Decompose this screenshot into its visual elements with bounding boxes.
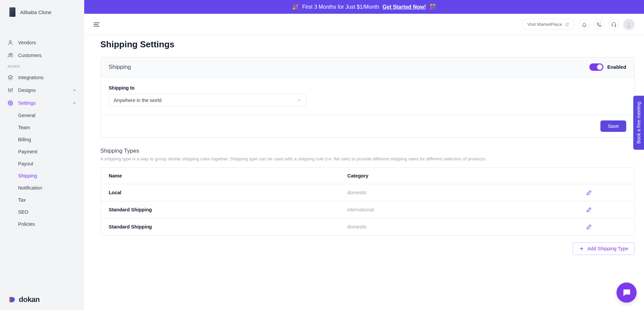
topbar: Visit MarketPlace: [84, 14, 644, 35]
svg-rect-10: [612, 24, 613, 26]
sidebar-sub-team[interactable]: Team: [18, 121, 84, 134]
user-avatar[interactable]: [623, 19, 635, 30]
add-btn-wrap: Add Shipping Type: [100, 242, 635, 255]
content: Shipping Settings Shipping Enabled Shipp…: [84, 35, 644, 310]
svg-point-1: [9, 53, 10, 55]
table-row: Local domestic: [101, 184, 634, 201]
table-header: Name Category: [101, 168, 634, 184]
menu-toggle-button[interactable]: [94, 22, 100, 27]
users-icon: [7, 52, 13, 58]
shipping-to-select[interactable]: Anywhere in the world: [109, 94, 307, 107]
save-button[interactable]: Save: [600, 120, 626, 132]
visit-label: Visit MarketPlace: [527, 22, 562, 27]
promo-cta-link[interactable]: Get Started Now!: [382, 4, 426, 10]
promo-banner: 🎉 First 3 Months for Just $1/Month Get S…: [84, 0, 644, 14]
sidebar-item-settings[interactable]: Settings: [0, 97, 84, 109]
external-link-icon: [565, 22, 569, 27]
gear-icon: [7, 100, 13, 106]
headset-icon: [611, 22, 616, 27]
add-shipping-type-button[interactable]: Add Shipping Type: [573, 242, 635, 255]
shipping-types-desc: A shipping type is a way to group simila…: [100, 156, 635, 161]
settings-submenu: General Team Billing Payment Payout Ship…: [0, 109, 84, 230]
toggle-wrap: Enabled: [589, 63, 626, 71]
app-logo: [9, 7, 15, 17]
sidebar-sub-shipping[interactable]: Shipping: [18, 170, 84, 182]
svg-point-2: [11, 53, 13, 55]
sidebar-sub-seo[interactable]: SEO: [18, 206, 84, 218]
sidebar-label: Customers: [18, 53, 42, 58]
table-row: Standard Shipping domestic: [101, 218, 634, 235]
sidebar-sub-payment[interactable]: Payment: [18, 146, 84, 158]
svg-point-6: [10, 91, 11, 92]
chevron-down-icon: [297, 98, 302, 103]
select-value: Anywhere in the world: [114, 98, 162, 103]
svg-point-9: [10, 102, 11, 104]
card-header: Shipping Enabled: [101, 57, 634, 77]
app-name: Alibaba Clone: [20, 9, 51, 15]
sidebar-footer: dokan: [0, 289, 84, 310]
sidebar-sub-policies[interactable]: Policies: [18, 218, 84, 230]
sidebar: Alibaba Clone Vendors Customers ADMIN In…: [0, 0, 84, 310]
shipping-types-table: Name Category Local domestic Standard Sh…: [100, 167, 635, 236]
card-title: Shipping: [109, 64, 131, 70]
sidebar-label: Settings: [18, 100, 36, 106]
shipping-types-title: Shipping Types: [100, 148, 635, 154]
promo-text: First 3 Months for Just $1/Month: [302, 4, 379, 10]
chat-icon: [622, 288, 631, 297]
bell-icon: [582, 22, 587, 27]
add-btn-label: Add Shipping Type: [588, 246, 628, 251]
card-footer: Save: [101, 115, 634, 137]
page-title: Shipping Settings: [100, 39, 635, 50]
sidebar-sub-billing[interactable]: Billing: [18, 134, 84, 146]
sidebar-sub-general[interactable]: General: [18, 109, 84, 121]
sidebar-nav: Vendors Customers ADMIN Integrations Des…: [0, 23, 84, 289]
layers-icon: [7, 74, 13, 81]
topbar-right: Visit MarketPlace: [522, 19, 635, 30]
col-name-header: Name: [109, 173, 347, 178]
user-icon: [7, 40, 13, 46]
svg-point-4: [8, 89, 9, 90]
edit-icon[interactable]: [586, 224, 626, 230]
sliders-icon: [7, 87, 13, 93]
sidebar-header: Alibaba Clone: [0, 0, 84, 23]
col-category-header: Category: [347, 173, 586, 178]
row-name: Standard Shipping: [109, 207, 347, 212]
svg-point-8: [12, 89, 13, 90]
book-meeting-tab[interactable]: Book a free meeting: [633, 96, 644, 150]
sidebar-sub-payout[interactable]: Payout: [18, 158, 84, 170]
toggle-label: Enabled: [607, 64, 626, 70]
promo-emoji-right: 🎊: [429, 4, 436, 10]
sidebar-sub-tax[interactable]: Tax: [18, 194, 84, 206]
edit-icon[interactable]: [586, 190, 626, 196]
shipping-to-label: Shipping to: [109, 85, 626, 91]
phone-button[interactable]: [594, 19, 604, 30]
plus-icon: [579, 246, 584, 251]
main-area: 🎉 First 3 Months for Just $1/Month Get S…: [84, 0, 644, 310]
row-name: Standard Shipping: [109, 224, 347, 229]
row-name: Local: [109, 190, 347, 195]
visit-marketplace-button[interactable]: Visit MarketPlace: [522, 19, 575, 30]
row-category: international: [347, 207, 586, 212]
chevron-up-icon: [72, 101, 77, 105]
edit-icon[interactable]: [586, 207, 626, 213]
notification-bell-button[interactable]: [579, 19, 590, 30]
sidebar-item-customers[interactable]: Customers: [0, 49, 84, 62]
svg-rect-11: [615, 24, 616, 26]
brand-name: dokan: [19, 295, 40, 304]
table-row: Standard Shipping international: [101, 201, 634, 218]
chat-widget-button[interactable]: [616, 282, 637, 303]
row-category: domestic: [347, 190, 586, 195]
phone-icon: [596, 22, 602, 27]
svg-point-12: [628, 22, 630, 25]
sidebar-item-designs[interactable]: Designs: [0, 84, 84, 97]
support-headset-button[interactable]: [608, 19, 619, 30]
shipping-card: Shipping Enabled Shipping to Anywhere in…: [100, 57, 635, 138]
svg-point-0: [9, 41, 11, 43]
sidebar-item-integrations[interactable]: Integrations: [0, 71, 84, 84]
dokan-logo-icon: [8, 296, 16, 304]
shipping-enabled-toggle[interactable]: [589, 63, 603, 71]
sidebar-section-admin: ADMIN: [0, 62, 84, 71]
sidebar-sub-notification[interactable]: Notification: [18, 182, 84, 194]
sidebar-item-vendors[interactable]: Vendors: [0, 36, 84, 49]
sidebar-label: Vendors: [18, 40, 36, 45]
